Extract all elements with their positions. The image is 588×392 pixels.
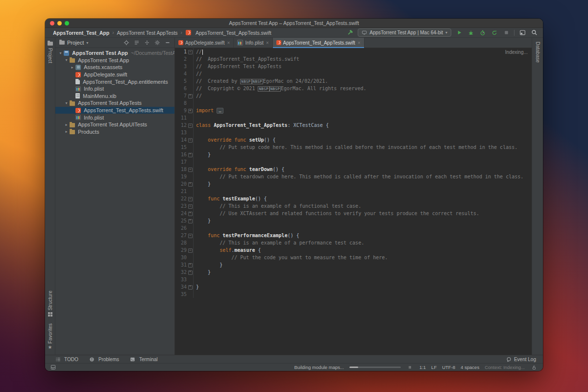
fold-marker-icon[interactable]: + [188, 109, 193, 113]
minimize-window-button[interactable] [57, 21, 62, 25]
close-icon[interactable]: × [358, 40, 361, 46]
chevron-down-icon[interactable]: ▾ [64, 58, 69, 62]
tab-appstorrent-test-apptests-swift[interactable]: AppsTorrent_Test_AppTests.swift× [273, 38, 365, 48]
indent-setting[interactable]: 4 spaces [461, 365, 479, 370]
chevron-down-icon[interactable]: ▾ [64, 101, 69, 105]
bottom-tool-bar: TODOProblemsTerminal Event Log [45, 355, 543, 363]
tree-item-appstorrent-test-app[interactable]: ▾AppsTorrent Test App~/Documents/TestApp… [55, 49, 174, 57]
tree-item-appstorrent-test-app-entitlements[interactable]: AppsTorrent_Test_App.entitlements [55, 78, 174, 85]
stop-button[interactable] [502, 29, 510, 37]
breadcrumb-item-appstorrent-test-apptests[interactable]: AppsTorrent Test AppTests [117, 30, 177, 36]
fold-marker-icon[interactable]: ⌃ [188, 270, 193, 275]
code-token: // [196, 71, 202, 76]
run-configuration-select[interactable]: AppsTorrent Test App | Mac 64-bit ▾ [358, 28, 451, 37]
run-button[interactable] [455, 29, 463, 37]
zoom-window-button[interactable] [65, 21, 69, 25]
pause-task-icon[interactable] [406, 364, 414, 371]
caret-position[interactable]: 1:1 [419, 365, 426, 370]
project-tool-button[interactable]: Project [45, 42, 55, 63]
locate-file-icon[interactable] [122, 39, 130, 47]
tree-item-mainmenu-xib[interactable]: MainMenu.xib [55, 93, 174, 100]
close-window-button[interactable] [50, 21, 54, 25]
close-icon[interactable]: × [266, 40, 269, 46]
hide-panel-icon[interactable] [164, 39, 172, 47]
code-token: EgorMac. All rights reserved. [281, 86, 367, 91]
tab-info-plist[interactable]: Info.plist× [234, 38, 272, 48]
code-text: override func setUp() { [196, 136, 276, 144]
tree-item-label: MainMenu.xib [83, 93, 116, 99]
line-number: 20 [175, 180, 187, 188]
tree-item-appstorrent-test-apptests[interactable]: ▾AppsTorrent Test AppTests [55, 99, 174, 107]
breadcrumb-item-appstorrent-test-app[interactable]: AppsTorrent_Test_App [53, 30, 109, 36]
fold-marker-icon[interactable]: ⌃ [188, 285, 193, 290]
project-panel-title[interactable]: Project [67, 40, 84, 46]
folder-icon [70, 123, 75, 127]
lock-icon[interactable] [530, 364, 538, 371]
database-tool-button[interactable]: Database [532, 42, 543, 63]
tree-item-label: AppsTorrent Test App [78, 57, 129, 63]
fold-marker-icon[interactable]: ⌃ [188, 94, 193, 98]
fold-marker-icon[interactable]: − [188, 123, 193, 128]
fold-marker-icon[interactable]: ⌃ [188, 153, 193, 157]
code-editor[interactable]: 1−//2// AppsTorrent_Test_AppTests.swift3… [175, 48, 532, 355]
folded-region[interactable]: … [217, 108, 223, 114]
fold-marker-icon[interactable]: ⌃ [188, 212, 193, 216]
tab-appdelegate-swift[interactable]: AppDelegate.swift× [175, 38, 234, 48]
code-line: 17 [175, 158, 532, 166]
todo-button[interactable]: TODO [54, 355, 78, 363]
breadcrumb-item-appstorrent-test-apptests-swift[interactable]: AppsTorrent_Test_AppTests.swift [185, 30, 271, 36]
close-icon[interactable]: × [227, 40, 230, 46]
fold-marker-icon[interactable]: − [188, 234, 193, 238]
tree-item-appstorrent-test-app[interactable]: ▾AppsTorrent Test App [55, 57, 174, 64]
tree-item-assets-xcassets[interactable]: ▸Assets.xcassets [55, 64, 174, 71]
tree-item-products[interactable]: ▸Products [55, 128, 174, 136]
fold-marker-icon[interactable]: − [188, 197, 193, 201]
run-with-coverage-button[interactable] [490, 29, 498, 37]
line-separator[interactable]: LF [431, 365, 437, 370]
collapse-all-icon[interactable] [143, 39, 151, 47]
chevron-right-icon[interactable]: ▸ [64, 129, 69, 134]
expand-all-icon[interactable] [133, 39, 141, 47]
tree-item-info-plist[interactable]: Info.plist [55, 114, 174, 121]
line-number: 9 [175, 107, 187, 114]
search-icon[interactable] [530, 29, 538, 37]
line-number: 22 [175, 195, 187, 202]
tool-window-switcher-icon[interactable] [49, 364, 57, 371]
tree-item-appstorrent-test-appuitests[interactable]: ▸AppsTorrent Test AppUITests [55, 121, 174, 128]
code-text: // This is an example of a functional te… [196, 202, 361, 210]
fold-marker-icon[interactable]: ⌃ [188, 182, 193, 187]
fold-marker-icon[interactable]: ⌃ [188, 219, 193, 223]
event-log-label: Event Log [514, 357, 536, 362]
line-number: 3 [175, 63, 187, 70]
fold-column: − [187, 166, 194, 173]
problems-button[interactable]: Problems [88, 355, 119, 363]
code-text: // [196, 48, 203, 55]
fold-marker-icon[interactable]: − [188, 50, 193, 54]
build-hammer-icon[interactable] [346, 29, 354, 37]
structure-tool-button[interactable]: Structure [48, 291, 53, 317]
chevron-down-icon[interactable]: ▾ [58, 51, 63, 55]
tool-windows-icon[interactable] [518, 29, 526, 37]
tree-item-info-plist[interactable]: Info.plist [55, 85, 174, 93]
terminal-button[interactable]: Terminal [129, 355, 158, 363]
chevron-down-icon[interactable]: ▾ [86, 41, 88, 45]
favorites-tool-label: Favorites [48, 323, 53, 343]
fold-marker-icon[interactable]: − [188, 248, 193, 253]
profile-button[interactable] [479, 29, 487, 37]
fold-marker-icon[interactable]: − [188, 204, 193, 209]
event-log-button[interactable]: Event Log [506, 357, 536, 362]
chevron-right-icon[interactable]: ▸ [64, 122, 69, 127]
gear-icon[interactable] [153, 39, 161, 47]
chevron-right-icon[interactable]: ▸ [70, 65, 75, 70]
tree-item-appdelegate-swift[interactable]: AppDelegate.swift [55, 71, 174, 78]
fold-marker-icon[interactable]: − [188, 138, 193, 143]
debug-bug-icon[interactable] [467, 29, 475, 37]
fold-marker-icon[interactable]: − [188, 168, 193, 172]
code-line: 23− // This is an example of a functiona… [175, 202, 532, 210]
code-token: import [196, 108, 217, 113]
file-encoding[interactable]: UTF-8 [442, 365, 455, 370]
tree-item-appstorrent-test-apptests-swift[interactable]: AppsTorrent_Test_AppTests.swift [55, 107, 174, 114]
problems-icon [88, 355, 96, 363]
favorites-tool-button[interactable]: Favorites ★ [48, 323, 53, 350]
fold-marker-icon[interactable]: ⌃ [188, 263, 193, 268]
